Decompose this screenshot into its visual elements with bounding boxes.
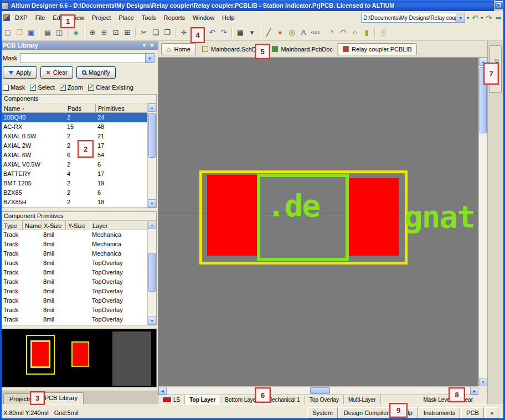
- pcblib-vertical-tab[interactable]: PCBLIB: [489, 45, 502, 93]
- undo-icon[interactable]: ↶: [207, 27, 218, 38]
- primitives-scrollbar[interactable]: ▲ ▼: [147, 221, 156, 325]
- status-panel-instruments[interactable]: Instruments: [419, 407, 460, 418]
- scroll-right-icon[interactable]: ▶: [470, 387, 478, 395]
- zoom-fit-icon[interactable]: ⊡: [110, 27, 121, 38]
- primitive-row[interactable]: Track 8mil TopOverlay: [2, 315, 156, 324]
- 10BQ40[interactable]: 10BQ40 2 24: [2, 113, 156, 122]
- layer-tab-top-layer[interactable]: Top Layer: [185, 395, 220, 405]
- pad-left[interactable]: [207, 175, 258, 256]
- menu-item[interactable]: Help: [218, 12, 239, 23]
- tab-relay-coupler-pcblib[interactable]: Relay coupler.PCBLIB: [338, 43, 417, 55]
- paste-array-icon[interactable]: ░: [378, 27, 389, 38]
- clear-button[interactable]: ✕ Clear: [40, 66, 74, 79]
- back-dropdown-icon[interactable]: ▾: [467, 15, 469, 20]
- primitive-row[interactable]: Track 8mil TopOverlay: [2, 296, 156, 305]
- status-panel-pcb[interactable]: PCB: [461, 407, 484, 418]
- open-file-icon[interactable]: ❐: [14, 27, 25, 38]
- primitive-row[interactable]: Track 8mil Mechanica: [2, 230, 156, 240]
- print-icon[interactable]: ▤: [42, 27, 53, 38]
- designator-text-right[interactable]: gnat: [404, 201, 475, 232]
- menu-item[interactable]: Place: [115, 12, 138, 23]
- back-icon[interactable]: ↶: [471, 14, 479, 22]
- menu-item[interactable]: Reports: [159, 12, 189, 23]
- redo-icon[interactable]: ↷: [218, 27, 229, 38]
- primitive-row[interactable]: Track 8mil TopOverlay: [2, 277, 156, 287]
- mask-combo[interactable]: ▾: [20, 53, 154, 63]
- menu-item[interactable]: Window: [189, 12, 218, 23]
- scrollbar-thumb[interactable]: [480, 67, 487, 133]
- canvas-vertical-scrollbar[interactable]: ▲ ▼: [478, 58, 487, 386]
- column-header-xsize[interactable]: X-Size: [42, 221, 66, 230]
- scrollbar-thumb[interactable]: [148, 253, 156, 292]
- mask-level-label[interactable]: Mask Level: [424, 397, 452, 403]
- scroll-down-icon[interactable]: ▼: [148, 317, 156, 325]
- mask-dropdown-icon[interactable]: ▾: [145, 54, 154, 63]
- combo-dropdown-icon[interactable]: ▾: [456, 13, 465, 22]
- panel-close-icon[interactable]: ✕: [148, 43, 155, 48]
- scroll-up-icon[interactable]: ▲: [479, 58, 487, 66]
- scroll-up-icon[interactable]: ▲: [148, 221, 156, 229]
- status-panel-system[interactable]: System: [307, 407, 338, 418]
- place-via-icon[interactable]: ◎: [286, 27, 297, 38]
- forward-icon[interactable]: ↷: [485, 14, 493, 22]
- scroll-down-icon[interactable]: ▼: [479, 378, 487, 386]
- zoom-in-icon[interactable]: ⊕: [87, 27, 98, 38]
- menu-item[interactable]: Project: [88, 12, 115, 23]
- tab-mainboard-pcbdoc[interactable]: Mainboard.PcbDoc: [267, 43, 338, 55]
- new-document-icon[interactable]: ▢: [2, 27, 13, 38]
- browse-components-icon[interactable]: ◈: [70, 27, 81, 38]
- column-header-prim-name[interactable]: Name ▲: [23, 221, 42, 230]
- menu-item[interactable]: DXP: [11, 12, 32, 23]
- layer-tab-top-overlay[interactable]: Top Overlay: [305, 395, 344, 405]
- status-panel-more[interactable]: »: [485, 407, 498, 418]
- place-pad-icon[interactable]: ●: [275, 27, 286, 38]
- scrollbar-thumb[interactable]: [310, 387, 330, 394]
- menu-item[interactable]: File: [32, 12, 49, 23]
- grid-dropdown-icon[interactable]: ▾: [246, 27, 257, 38]
- place-string-icon[interactable]: A: [298, 27, 309, 38]
- column-header-layer[interactable]: Layer: [90, 221, 148, 230]
- tab-pcb-library[interactable]: PCB Library: [39, 392, 84, 405]
- AXIAL 0.5W[interactable]: AXIAL 0.5W 2 21: [2, 132, 156, 141]
- place-arc-center-icon[interactable]: ◠: [338, 27, 349, 38]
- scrollbar-thumb[interactable]: [148, 113, 156, 158]
- filter-checkbox[interactable]: Zoom: [60, 84, 83, 91]
- AXIAL V0.5W[interactable]: AXIAL V0.5W 2 6: [2, 160, 156, 169]
- cut-icon[interactable]: ✂: [138, 27, 150, 38]
- layer-tab-multi-layer[interactable]: Multi-Layer: [344, 395, 380, 405]
- place-fill-icon[interactable]: ▮: [361, 27, 372, 38]
- pcb-editor-canvas[interactable]: .de gnat: [158, 58, 478, 386]
- components-scrollbar[interactable]: ▲ ▼: [147, 103, 156, 208]
- maximize-button[interactable]: ❐: [494, 2, 503, 10]
- BZX85[interactable]: BZX85 2 6: [2, 188, 156, 198]
- zoom-out-icon[interactable]: ⊖: [99, 27, 110, 38]
- primitive-row[interactable]: Track 8mil Mechanica: [2, 249, 156, 258]
- place-arc-edge-icon[interactable]: ◝: [326, 27, 337, 38]
- snap-grid-icon[interactable]: ▦: [235, 27, 246, 38]
- layer-tab-ls[interactable]: LS: [158, 395, 185, 405]
- home-button[interactable]: ⌂ Home: [161, 43, 196, 55]
- column-header-type[interactable]: Type: [2, 221, 23, 230]
- cross-probe-icon[interactable]: ✜: [190, 27, 201, 38]
- primitive-row[interactable]: Track 8mil Mechanica: [2, 240, 156, 249]
- column-header-name[interactable]: Name ▲: [2, 103, 65, 113]
- primitive-row[interactable]: Track 8mil TopOverlay: [2, 258, 156, 268]
- paste-icon[interactable]: ❒: [162, 27, 173, 38]
- layer-tab-bottom-layer[interactable]: Bottom Layer: [220, 395, 262, 405]
- BMT-1205[interactable]: BMT-1205 2 19: [2, 179, 156, 188]
- pad-right[interactable]: [349, 178, 399, 256]
- scroll-left-icon[interactable]: ◀: [158, 387, 167, 395]
- menu-item[interactable]: Tools: [138, 12, 160, 23]
- BZX85H[interactable]: BZX85H 2 18: [2, 198, 156, 207]
- filter-checkbox[interactable]: Clear Existing: [88, 84, 133, 91]
- magnify-button[interactable]: Magnify: [76, 66, 116, 79]
- column-header-ysize[interactable]: Y-Size: [66, 221, 90, 230]
- primitive-row[interactable]: Track 8mil TopOverlay: [2, 287, 156, 296]
- menu-item[interactable]: View: [67, 12, 88, 23]
- apply-button[interactable]: Apply: [3, 66, 37, 79]
- scroll-down-icon[interactable]: ▼: [148, 199, 156, 208]
- designator-text-left[interactable]: .de: [267, 190, 320, 221]
- save-file-icon[interactable]: ▣: [25, 27, 37, 38]
- column-header-primitives[interactable]: Primitives: [96, 103, 148, 113]
- place-circle-icon[interactable]: ○: [349, 27, 360, 38]
